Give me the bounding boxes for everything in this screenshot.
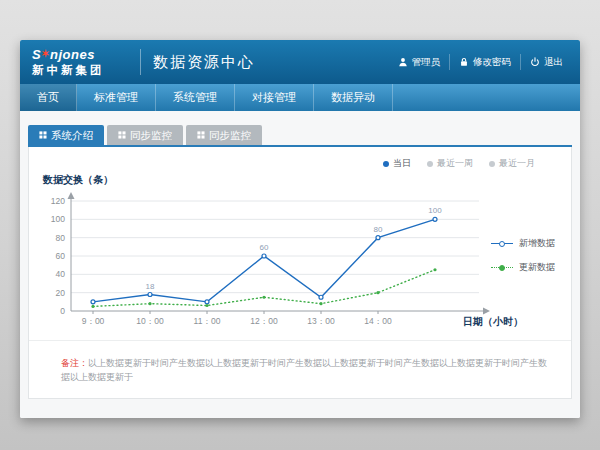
svg-text:80: 80 — [374, 225, 383, 234]
nav-item-standard-management[interactable]: 标准管理 — [77, 84, 156, 111]
logo-company-name: 新中新集团 — [32, 63, 128, 78]
synjones-logo: S✶njones 新中新集团 — [32, 47, 128, 78]
legend-new-data[interactable]: 新增数据 — [491, 237, 555, 250]
svg-text:11：00: 11：00 — [194, 316, 221, 326]
legend-updated-data[interactable]: 更新数据 — [491, 261, 555, 274]
line-chart[interactable]: 0204060801001209：0010：0011：0012：0013：001… — [37, 191, 497, 336]
svg-text:80: 80 — [56, 233, 66, 243]
grid-icon — [118, 131, 126, 139]
svg-text:20: 20 — [56, 288, 66, 298]
grid-icon — [197, 131, 205, 139]
svg-text:0: 0 — [60, 306, 65, 316]
header-divider — [140, 49, 141, 75]
top-header: S✶njones 新中新集团 数据资源中心 管理员 修改密码 退出 — [20, 40, 580, 84]
tab-bar: 系统介绍 同步监控 同步监控 — [28, 125, 572, 147]
blue-line-sample-icon — [491, 243, 513, 244]
tab-sync-monitor-2[interactable]: 同步监控 — [186, 125, 262, 145]
logo-text: S — [32, 47, 41, 62]
tab-label: 同步监控 — [130, 125, 172, 145]
legend-dot-icon — [383, 161, 389, 167]
note-text: 以上数据更新于时间产生数据以上数据更新于时间产生数据以上数据更新于时间产生数据以… — [61, 358, 547, 382]
admin-user-label: 管理员 — [412, 56, 441, 69]
svg-text:14：00: 14：00 — [364, 316, 392, 326]
svg-text:100: 100 — [428, 206, 442, 215]
note-prefix: 备注： — [61, 358, 88, 368]
filter-label: 当日 — [393, 157, 411, 170]
main-nav: 首页 标准管理 系统管理 对接管理 数据异动 — [20, 84, 580, 111]
svg-text:13：00: 13：00 — [307, 316, 335, 326]
grid-icon — [39, 131, 47, 139]
user-icon — [398, 57, 408, 67]
logo-star-icon: ✶ — [41, 48, 50, 59]
legend-dot-icon — [489, 161, 495, 167]
page-title: 数据资源中心 — [153, 53, 255, 72]
footnote: 备注：以上数据更新于时间产生数据以上数据更新于时间产生数据以上数据更新于时间产生… — [29, 340, 571, 398]
filter-label: 最近一周 — [437, 157, 473, 170]
filter-last-week[interactable]: 最近一周 — [427, 157, 473, 170]
power-icon — [530, 57, 540, 67]
x-axis-title: 日期（小时） — [463, 315, 523, 329]
filter-last-month[interactable]: 最近一月 — [489, 157, 535, 170]
logout-button[interactable]: 退出 — [520, 54, 572, 70]
logo-text: njones — [50, 47, 95, 62]
nav-item-home[interactable]: 首页 — [20, 84, 77, 111]
y-axis-title: 数据交换（条） — [43, 173, 113, 187]
header-actions: 管理员 修改密码 退出 — [389, 40, 573, 84]
svg-text:120: 120 — [51, 196, 65, 206]
svg-text:60: 60 — [56, 251, 66, 261]
svg-text:18: 18 — [146, 282, 155, 291]
nav-item-data-change[interactable]: 数据异动 — [314, 84, 393, 111]
svg-text:9：00: 9：00 — [82, 316, 105, 326]
svg-text:12：00: 12：00 — [250, 316, 278, 326]
change-password-button[interactable]: 修改密码 — [449, 54, 520, 70]
admin-user-button[interactable]: 管理员 — [389, 54, 450, 70]
series-label: 更新数据 — [519, 261, 555, 274]
svg-text:100: 100 — [51, 214, 65, 224]
lock-icon — [459, 57, 469, 67]
series-label: 新增数据 — [519, 237, 555, 250]
logout-label: 退出 — [544, 56, 563, 69]
tab-system-intro[interactable]: 系统介绍 — [28, 125, 104, 145]
app-window: S✶njones 新中新集团 数据资源中心 管理员 修改密码 退出 — [20, 40, 580, 418]
change-password-label: 修改密码 — [473, 56, 511, 69]
legend-dot-icon — [427, 161, 433, 167]
svg-text:40: 40 — [56, 269, 66, 279]
tab-label: 同步监控 — [209, 125, 251, 145]
nav-item-interface-management[interactable]: 对接管理 — [235, 84, 314, 111]
desktop-background: S✶njones 新中新集团 数据资源中心 管理员 修改密码 退出 — [0, 0, 600, 450]
tab-label: 系统介绍 — [51, 125, 93, 145]
time-filter-legend: 当日 最近一周 最近一月 — [383, 157, 535, 170]
svg-text:60: 60 — [260, 243, 269, 252]
filter-label: 最近一月 — [499, 157, 535, 170]
green-line-sample-icon — [491, 267, 513, 268]
filter-today[interactable]: 当日 — [383, 157, 411, 170]
nav-item-system-management[interactable]: 系统管理 — [156, 84, 235, 111]
series-legend: 新增数据 更新数据 — [491, 237, 555, 285]
logo-wordmark: S✶njones — [32, 47, 128, 61]
content-area: 系统介绍 同步监控 同步监控 当日 — [20, 111, 580, 418]
svg-text:10：00: 10：00 — [136, 316, 164, 326]
tab-sync-monitor-1[interactable]: 同步监控 — [107, 125, 183, 145]
chart-panel: 当日 最近一周 最近一月 数据交换（条） 0204060801001209：00… — [28, 147, 572, 399]
